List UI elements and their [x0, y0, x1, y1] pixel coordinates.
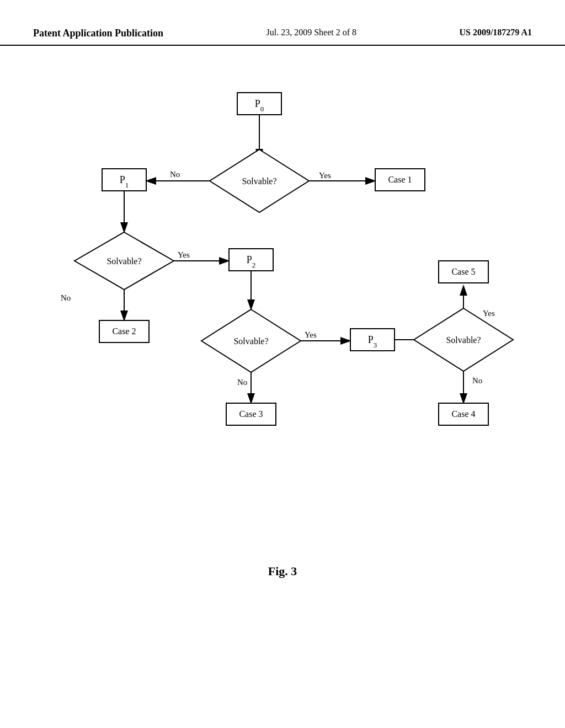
svg-text:Case 5: Case 5	[451, 267, 475, 276]
svg-text:Solvable?: Solvable?	[446, 335, 481, 345]
date-sheet: Jul. 23, 2009 Sheet 2 of 8	[266, 28, 356, 38]
svg-text:Yes: Yes	[483, 309, 495, 318]
svg-text:Solvable?: Solvable?	[233, 336, 268, 346]
publication-title: Patent Application Publication	[33, 28, 163, 39]
svg-text:Yes: Yes	[305, 330, 317, 339]
diagram-area: P0 Solvable? Yes Case 1 No P1 Solvable? …	[0, 62, 565, 559]
svg-text:Case 3: Case 3	[239, 409, 263, 419]
flowchart-svg: P0 Solvable? Yes Case 1 No P1 Solvable? …	[0, 62, 565, 559]
svg-text:No: No	[61, 293, 71, 302]
svg-text:No: No	[170, 170, 180, 179]
svg-text:No: No	[472, 376, 482, 385]
page-header: Patent Application Publication Jul. 23, …	[0, 0, 565, 46]
svg-text:Solvable?: Solvable?	[242, 176, 276, 186]
svg-text:Case 2: Case 2	[112, 326, 136, 336]
figure-label: Fig. 3	[0, 564, 565, 579]
svg-text:Yes: Yes	[178, 250, 190, 259]
svg-text:Case 1: Case 1	[388, 175, 412, 184]
svg-text:Solvable?: Solvable?	[106, 256, 141, 266]
svg-text:Case 4: Case 4	[451, 409, 475, 419]
patent-number: US 2009/187279 A1	[459, 28, 532, 38]
svg-text:No: No	[237, 378, 247, 387]
svg-text:Yes: Yes	[319, 171, 331, 180]
